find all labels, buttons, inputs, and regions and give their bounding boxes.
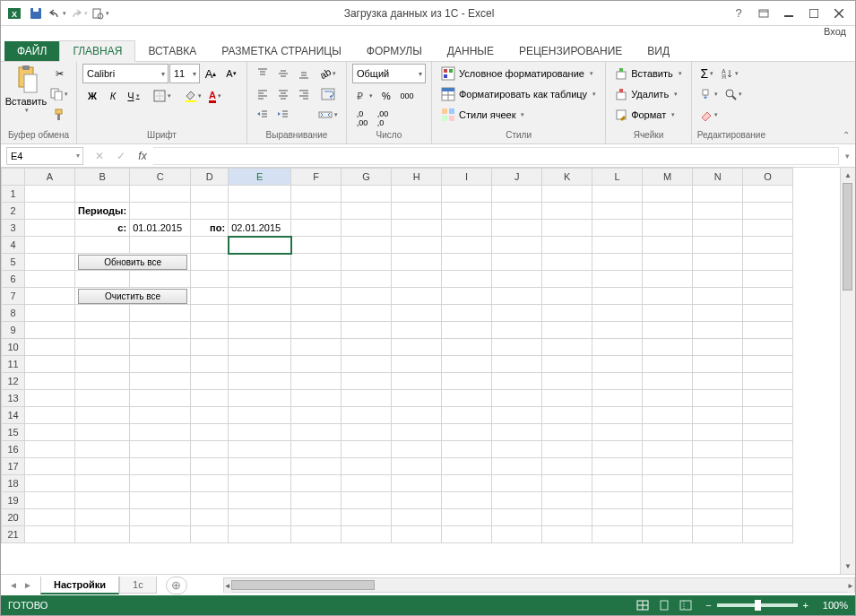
row-header[interactable]: 12 (2, 373, 25, 390)
cell[interactable] (291, 458, 342, 475)
cell[interactable] (492, 373, 542, 390)
wrap-text-button[interactable] (316, 84, 341, 104)
cell[interactable] (130, 373, 191, 390)
cell[interactable] (229, 254, 291, 271)
cell[interactable] (25, 186, 75, 203)
cell[interactable] (25, 254, 75, 271)
paste-button[interactable]: Вставить ▾ (6, 64, 46, 123)
save-icon[interactable] (26, 4, 46, 23)
col-header[interactable]: M (643, 169, 693, 186)
cell[interactable] (743, 407, 793, 424)
sheet-nav-prev-icon[interactable]: ◄ (6, 580, 21, 590)
cell[interactable] (392, 458, 442, 475)
cell[interactable] (592, 458, 643, 475)
col-header[interactable]: E (229, 169, 291, 186)
cell[interactable] (75, 475, 130, 492)
cell[interactable] (25, 271, 75, 288)
cell[interactable] (542, 220, 592, 237)
cell[interactable] (75, 441, 130, 458)
cell[interactable] (643, 288, 693, 305)
cell[interactable] (643, 407, 693, 424)
cell[interactable] (542, 458, 592, 475)
col-header[interactable]: N (693, 169, 743, 186)
cell[interactable] (130, 458, 191, 475)
cell[interactable] (342, 441, 392, 458)
cell[interactable] (542, 441, 592, 458)
cell[interactable] (191, 186, 229, 203)
cell[interactable] (75, 407, 130, 424)
cell[interactable] (130, 356, 191, 373)
cell[interactable] (392, 407, 442, 424)
cell[interactable] (191, 322, 229, 339)
cell[interactable] (75, 492, 130, 509)
cell[interactable] (592, 492, 643, 509)
cell[interactable] (25, 305, 75, 322)
vertical-scrollbar[interactable]: ▲ ▼ (840, 168, 855, 574)
select-all-button[interactable] (2, 169, 25, 186)
expand-formula-icon[interactable]: ▾ (839, 152, 855, 161)
cell[interactable] (442, 186, 492, 203)
cell[interactable] (592, 356, 643, 373)
cell[interactable] (75, 509, 130, 526)
cell[interactable] (229, 356, 291, 373)
cell[interactable] (392, 203, 442, 220)
format-painter-button[interactable] (48, 105, 71, 125)
cell[interactable] (693, 322, 743, 339)
cell[interactable] (693, 509, 743, 526)
cell[interactable] (693, 526, 743, 543)
row-header[interactable]: 7 (2, 288, 25, 305)
row-header[interactable]: 13 (2, 390, 25, 407)
orientation-button[interactable]: ab▾ (316, 64, 341, 83)
col-header[interactable]: B (75, 169, 130, 186)
cell[interactable] (492, 509, 542, 526)
cell[interactable] (643, 390, 693, 407)
cell[interactable] (75, 458, 130, 475)
signin-link[interactable]: Вход (1, 26, 855, 40)
cell[interactable] (643, 339, 693, 356)
cell[interactable] (442, 390, 492, 407)
cell[interactable] (592, 186, 643, 203)
cell[interactable] (693, 203, 743, 220)
close-icon[interactable] (828, 4, 850, 22)
cell[interactable] (25, 288, 75, 305)
help-icon[interactable]: ? (728, 4, 749, 22)
row-header[interactable]: 16 (2, 441, 25, 458)
cell[interactable] (492, 237, 542, 254)
col-header[interactable]: O (743, 169, 793, 186)
cell[interactable] (693, 271, 743, 288)
col-header[interactable]: A (25, 169, 75, 186)
cell[interactable] (592, 254, 643, 271)
cell[interactable] (75, 373, 130, 390)
cell[interactable] (492, 322, 542, 339)
cell[interactable] (191, 203, 229, 220)
cell[interactable] (542, 526, 592, 543)
ribbon-options-icon[interactable] (753, 4, 774, 22)
cell[interactable] (592, 203, 643, 220)
cell[interactable] (392, 288, 442, 305)
page-layout-view-button[interactable] (653, 597, 675, 613)
font-size-combo[interactable]: 11 (169, 64, 200, 83)
cell[interactable] (542, 475, 592, 492)
cell[interactable] (25, 356, 75, 373)
sheet-tab-1c[interactable]: 1с (119, 577, 157, 594)
cell[interactable] (342, 254, 392, 271)
tab-layout[interactable]: РАЗМЕТКА СТРАНИЦЫ (209, 41, 354, 61)
col-header[interactable]: D (191, 169, 229, 186)
scroll-right-icon[interactable]: ► (847, 578, 854, 594)
grow-font-button[interactable]: A▴ (201, 64, 220, 83)
align-top-button[interactable] (253, 64, 272, 83)
cell[interactable] (693, 254, 743, 271)
cell[interactable] (229, 458, 291, 475)
cell[interactable] (291, 526, 342, 543)
cell[interactable] (743, 373, 793, 390)
cell[interactable] (442, 339, 492, 356)
cell[interactable] (342, 305, 392, 322)
delete-cells-button[interactable]: Удалить▾ (611, 84, 681, 104)
fx-icon[interactable]: fx (132, 147, 153, 165)
print-preview-icon[interactable]: ▾ (91, 4, 110, 23)
accounting-button[interactable]: ₽▾ (352, 86, 376, 106)
cell[interactable] (542, 186, 592, 203)
cell[interactable] (291, 509, 342, 526)
cell[interactable] (442, 475, 492, 492)
excel-icon[interactable]: X (4, 4, 24, 23)
